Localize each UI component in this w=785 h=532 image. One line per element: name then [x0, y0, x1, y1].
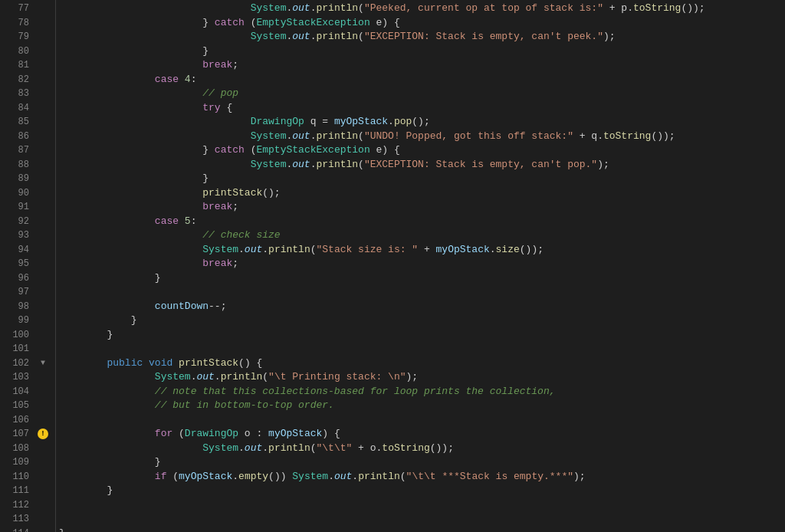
- line-number-100: 100: [0, 328, 29, 343]
- code-line-114: }: [56, 527, 774, 533]
- scrollbar[interactable]: [774, 0, 785, 532]
- code-line-83: // pop: [56, 87, 774, 101]
- gutter-item-84: [35, 101, 51, 116]
- gutter-item-111: [35, 484, 51, 498]
- code-line-95: break;: [56, 257, 774, 271]
- code-line-80: }: [56, 44, 774, 59]
- code-line-107: for (DrawingOp o : myOpStack) {: [56, 427, 774, 442]
- line-number-105: 105: [0, 399, 29, 413]
- line-number-86: 86: [0, 130, 29, 144]
- gutter-item-107: !: [35, 427, 51, 442]
- code-line-88: System.out.println("EXCEPTION: Stack is …: [56, 158, 774, 172]
- gutter-item-93: [35, 228, 51, 243]
- line-number-102: 102: [0, 356, 29, 371]
- code-line-82: case 4:: [56, 73, 774, 87]
- code-line-99: }: [56, 314, 774, 328]
- line-number-108: 108: [0, 442, 29, 456]
- line-number-101: 101: [0, 342, 29, 356]
- code-line-112: [56, 498, 774, 513]
- gutter-item-100: [35, 328, 51, 343]
- code-line-86: System.out.println("UNDO! Popped, got th…: [56, 130, 774, 144]
- gutter-item-95: [35, 257, 51, 271]
- code-line-111: }: [56, 484, 774, 498]
- code-editor: 7778798081828384858687888990919293949596…: [0, 0, 785, 532]
- line-number-90: 90: [0, 186, 29, 201]
- gutter-item-114: [35, 527, 51, 533]
- code-line-101: [56, 342, 774, 356]
- code-line-102: public void printStack() {: [56, 356, 774, 371]
- line-numbers: 7778798081828384858687888990919293949596…: [0, 0, 35, 532]
- line-number-77: 77: [0, 2, 29, 16]
- gutter-item-102: ▼: [35, 356, 51, 371]
- gutter-item-113: [35, 512, 51, 527]
- code-line-108: System.out.println("\t\t" + o.toString()…: [56, 442, 774, 456]
- line-number-82: 82: [0, 73, 29, 87]
- code-line-96: }: [56, 271, 774, 286]
- code-line-97: [56, 285, 774, 300]
- line-number-97: 97: [0, 285, 29, 300]
- gutter-item-86: [35, 130, 51, 144]
- code-content[interactable]: System.out.println("Peeked, current op a…: [56, 0, 774, 532]
- gutter-item-99: [35, 314, 51, 328]
- code-line-113: [56, 512, 774, 527]
- line-number-94: 94: [0, 243, 29, 258]
- line-number-89: 89: [0, 172, 29, 186]
- code-line-110: if (myOpStack.empty()) System.out.printl…: [56, 470, 774, 484]
- gutter-item-108: [35, 442, 51, 456]
- code-line-103: System.out.println("\t Printing stack: \…: [56, 370, 774, 385]
- code-line-85: DrawingOp q = myOpStack.pop();: [56, 115, 774, 130]
- code-line-89: }: [56, 172, 774, 186]
- code-line-109: }: [56, 455, 774, 470]
- line-number-109: 109: [0, 455, 29, 470]
- gutter-item-87: [35, 143, 51, 158]
- line-number-107: 107: [0, 427, 29, 442]
- line-number-112: 112: [0, 498, 29, 513]
- gutter-item-103: [35, 370, 51, 385]
- gutter-item-98: [35, 300, 51, 314]
- line-number-99: 99: [0, 314, 29, 328]
- gutter-item-80: [35, 44, 51, 59]
- code-line-93: // check size: [56, 228, 774, 243]
- line-number-111: 111: [0, 484, 29, 498]
- gutter-item-91: [35, 200, 51, 215]
- line-number-106: 106: [0, 413, 29, 428]
- gutter-item-105: [35, 399, 51, 413]
- line-number-96: 96: [0, 271, 29, 286]
- line-number-80: 80: [0, 44, 29, 59]
- fold-icon[interactable]: ▼: [41, 359, 45, 367]
- code-line-79: System.out.println("EXCEPTION: Stack is …: [56, 30, 774, 44]
- code-line-105: // but in bottom-to-top order.: [56, 399, 774, 413]
- gutter-item-110: [35, 470, 51, 484]
- line-number-83: 83: [0, 87, 29, 101]
- line-number-79: 79: [0, 30, 29, 44]
- warning-icon: !: [38, 429, 48, 439]
- gutter-item-83: [35, 87, 51, 101]
- code-line-81: break;: [56, 58, 774, 73]
- gutter-item-78: [35, 16, 51, 31]
- line-number-88: 88: [0, 158, 29, 172]
- gutter: ▼!: [35, 0, 51, 532]
- line-number-92: 92: [0, 215, 29, 229]
- gutter-item-89: [35, 172, 51, 186]
- gutter-item-97: [35, 285, 51, 300]
- gutter-item-88: [35, 158, 51, 172]
- code-line-78: } catch (EmptyStackException e) {: [56, 16, 774, 31]
- gutter-item-79: [35, 30, 51, 44]
- line-number-98: 98: [0, 300, 29, 314]
- gutter-item-109: [35, 455, 51, 470]
- code-line-90: printStack();: [56, 186, 774, 201]
- gutter-item-112: [35, 498, 51, 513]
- code-line-98: countDown--;: [56, 300, 774, 314]
- code-line-87: } catch (EmptyStackException e) {: [56, 143, 774, 158]
- line-number-103: 103: [0, 370, 29, 385]
- gutter-item-81: [35, 58, 51, 73]
- code-line-92: case 5:: [56, 215, 774, 229]
- code-line-94: System.out.println("Stack size is: " + m…: [56, 243, 774, 258]
- line-number-87: 87: [0, 143, 29, 158]
- line-number-95: 95: [0, 257, 29, 271]
- code-line-84: try {: [56, 101, 774, 116]
- gutter-item-90: [35, 186, 51, 201]
- gutter-item-96: [35, 271, 51, 286]
- code-line-104: // note that this collections-based for …: [56, 385, 774, 399]
- line-number-113: 113: [0, 512, 29, 527]
